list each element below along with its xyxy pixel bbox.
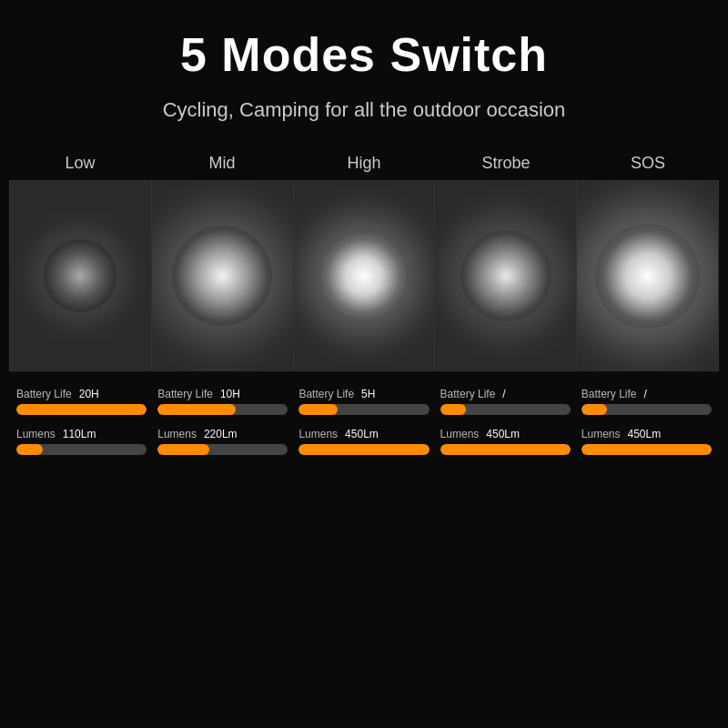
light-cell-strobe: [435, 181, 577, 370]
battery-bar-container-low: [16, 404, 147, 415]
battery-bar-fill-sos: [581, 404, 608, 415]
lumens-value-mid: 220Lm: [204, 428, 238, 440]
light-glow-low: [44, 239, 116, 312]
mode-labels-row: LowMidHighStrobeSOS: [9, 154, 719, 173]
stats-section: Battery Life20HLumens110LmBattery Life10…: [9, 388, 719, 468]
subtitle: Cycling, Camping for all the outdoor occ…: [163, 98, 566, 122]
lumens-value-sos: 450Lm: [628, 428, 662, 440]
light-glow-sos: [595, 224, 700, 329]
lumens-bar-container-mid: [157, 444, 288, 455]
battery-bar-fill-mid: [157, 404, 236, 415]
battery-label-mid: Battery Life: [157, 388, 213, 400]
main-title: 5 Modes Switch: [180, 27, 548, 82]
battery-label-low: Battery Life: [16, 388, 72, 400]
battery-bar-container-sos: [581, 404, 712, 415]
lumens-stat-line-high: Lumens450Lm: [298, 428, 429, 440]
battery-label-high: Battery Life: [298, 388, 354, 400]
mode-label-sos: SOS: [577, 154, 719, 173]
mode-label-mid: Mid: [151, 154, 293, 173]
mode-stats-strobe: Battery Life/Lumens450Lm: [435, 388, 576, 468]
mode-stats-mid: Battery Life10HLumens220Lm: [152, 388, 293, 468]
battery-value-low: 20H: [79, 388, 99, 400]
light-cell-mid: [152, 181, 294, 370]
lumens-bar-container-strobe: [440, 444, 571, 455]
battery-stat-line-high: Battery Life5H: [298, 388, 429, 400]
battery-bar-container-high: [298, 404, 429, 415]
battery-bar-fill-low: [16, 404, 147, 415]
modes-section: LowMidHighStrobeSOS Battery Life20HLumen…: [9, 154, 719, 468]
light-glow-strobe: [460, 230, 551, 321]
light-cell-high: [294, 181, 436, 370]
battery-value-high: 5H: [361, 388, 375, 400]
battery-label-sos: Battery Life: [581, 388, 637, 400]
mode-label-low: Low: [9, 154, 151, 173]
light-cell-low: [10, 181, 152, 370]
lumens-label-low: Lumens: [16, 428, 56, 440]
lumens-label-sos: Lumens: [581, 428, 621, 440]
battery-stat-line-strobe: Battery Life/: [440, 388, 571, 400]
lumens-value-low: 110Lm: [63, 428, 96, 440]
lumens-label-strobe: Lumens: [440, 428, 480, 440]
lumens-stat-line-sos: Lumens450Lm: [581, 428, 712, 440]
battery-value-strobe: /: [502, 388, 505, 400]
battery-stat-line-low: Battery Life20H: [16, 388, 147, 400]
battery-stat-line-mid: Battery Life10H: [157, 388, 288, 400]
lumens-bar-fill-strobe: [440, 444, 571, 455]
battery-label-strobe: Battery Life: [440, 388, 496, 400]
lumens-stat-line-low: Lumens110Lm: [16, 428, 147, 440]
light-glow-mid: [172, 226, 272, 326]
lumens-value-high: 450Lm: [345, 428, 379, 440]
lumens-label-high: Lumens: [298, 428, 338, 440]
lumens-bar-fill-mid: [157, 444, 209, 455]
lumens-label-mid: Lumens: [157, 428, 197, 440]
battery-bar-container-mid: [157, 404, 288, 415]
battery-value-mid: 10H: [220, 388, 240, 400]
lumens-bar-container-high: [298, 444, 429, 455]
lumens-stat-line-strobe: Lumens450Lm: [440, 428, 571, 440]
lumens-bar-container-sos: [581, 444, 712, 455]
light-glow-high: [320, 233, 407, 319]
lumens-bar-container-low: [16, 444, 147, 455]
battery-bar-container-strobe: [440, 404, 571, 415]
main-container: 5 Modes Switch Cycling, Camping for all …: [0, 0, 728, 728]
battery-bar-fill-strobe: [440, 404, 467, 415]
mode-label-strobe: Strobe: [435, 154, 577, 173]
battery-stat-line-sos: Battery Life/: [581, 388, 712, 400]
lights-row: [9, 180, 719, 371]
lumens-bar-fill-sos: [581, 444, 712, 455]
lumens-stat-line-mid: Lumens220Lm: [157, 428, 288, 440]
lumens-bar-fill-low: [16, 444, 43, 455]
mode-stats-low: Battery Life20HLumens110Lm: [11, 388, 152, 468]
mode-label-high: High: [293, 154, 435, 173]
battery-value-sos: /: [644, 388, 647, 400]
mode-stats-sos: Battery Life/Lumens450Lm: [576, 388, 717, 468]
battery-bar-fill-high: [298, 404, 338, 415]
light-cell-sos: [577, 181, 718, 370]
lumens-value-strobe: 450Lm: [486, 428, 520, 440]
mode-stats-high: Battery Life5HLumens450Lm: [293, 388, 434, 468]
lumens-bar-fill-high: [298, 444, 429, 455]
